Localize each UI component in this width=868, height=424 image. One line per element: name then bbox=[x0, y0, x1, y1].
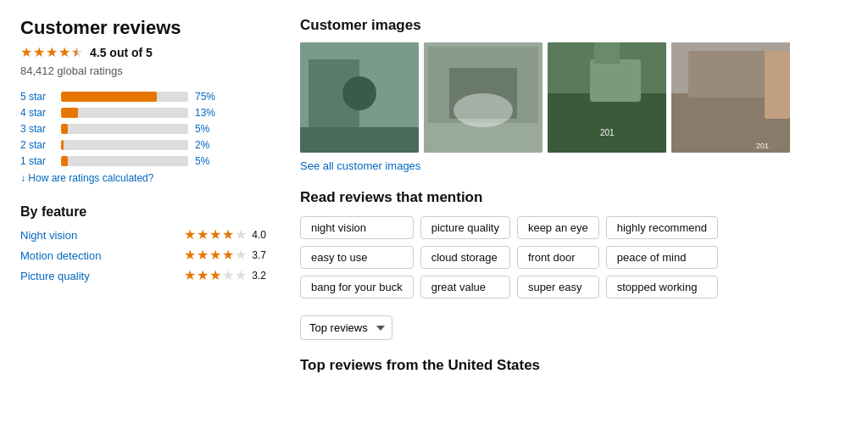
feature-name-picture-quality[interactable]: Picture quality bbox=[20, 270, 90, 282]
feature-name-night-vision[interactable]: Night vision bbox=[20, 229, 77, 242]
customer-images-row: 201 201 bbox=[300, 42, 848, 153]
keyword-super-easy[interactable]: super easy bbox=[517, 276, 599, 298]
bar-bg-5star bbox=[61, 92, 188, 102]
bar-bg-1star bbox=[61, 156, 188, 166]
how-calculated-link[interactable]: ↓ How are ratings calculated? bbox=[20, 172, 153, 184]
bar-label-2star[interactable]: 2 star bbox=[20, 139, 54, 151]
svg-rect-9 bbox=[548, 93, 666, 153]
star-1: ★ bbox=[20, 46, 32, 59]
feature-score-night-vision: 4.0 bbox=[252, 229, 266, 241]
keyword-grid: night vision picture quality keep an eye… bbox=[300, 216, 718, 298]
bar-bg-2star bbox=[61, 140, 188, 150]
feature-row-night-vision: Night vision ★ ★ ★ ★ ★ 4.0 bbox=[20, 228, 266, 242]
customer-image-4[interactable]: 201 bbox=[671, 42, 790, 153]
bar-fill-5star bbox=[61, 92, 157, 102]
bar-fill-4star bbox=[61, 108, 78, 118]
by-feature-section: By feature Night vision ★ ★ ★ ★ ★ 4.0 Mo… bbox=[20, 204, 266, 282]
keyword-easy-to-use[interactable]: easy to use bbox=[300, 246, 414, 269]
feature-row-picture-quality: Picture quality ★ ★ ★ ★ ★ 3.2 bbox=[20, 269, 266, 282]
feature-name-motion-detection[interactable]: Motion detection bbox=[20, 249, 101, 262]
keyword-cloud-storage[interactable]: cloud storage bbox=[420, 246, 510, 269]
bar-bg-3star bbox=[61, 124, 188, 134]
left-panel: Customer reviews ★ ★ ★ ★ ★ ★ 4.5 out of … bbox=[20, 17, 266, 289]
keyword-night-vision[interactable]: night vision bbox=[300, 216, 414, 239]
top-reviews-title: Top reviews from the United States bbox=[300, 357, 848, 374]
bar-row-4star: 4 star 13% bbox=[20, 107, 266, 119]
keyword-great-value[interactable]: great value bbox=[420, 276, 510, 298]
customer-images-title: Customer images bbox=[300, 17, 848, 34]
bar-bg-4star bbox=[61, 108, 188, 118]
bar-label-4star[interactable]: 4 star bbox=[20, 107, 54, 119]
customer-image-2-svg bbox=[424, 42, 542, 153]
sort-row: Top reviews Most recent bbox=[300, 315, 848, 340]
overall-rating-row: ★ ★ ★ ★ ★ ★ 4.5 out of 5 bbox=[20, 46, 266, 59]
rating-bars: 5 star 75% 4 star 13% 3 star 5% 2 star 2… bbox=[20, 91, 266, 167]
svg-rect-10 bbox=[590, 59, 641, 102]
bar-label-3star[interactable]: 3 star bbox=[20, 123, 54, 135]
keyword-keep-an-eye[interactable]: keep an eye bbox=[517, 216, 599, 239]
keyword-bang-for-your-buck[interactable]: bang for your buck bbox=[300, 276, 414, 298]
feature-stars-picture-quality: ★ ★ ★ ★ ★ 3.2 bbox=[184, 269, 266, 282]
bar-pct-1star[interactable]: 5% bbox=[195, 155, 220, 167]
bar-row-3star: 3 star 5% bbox=[20, 123, 266, 135]
customer-reviews-title: Customer reviews bbox=[20, 17, 266, 39]
bar-fill-2star bbox=[61, 140, 64, 150]
bar-fill-3star bbox=[61, 124, 68, 134]
svg-point-2 bbox=[342, 76, 376, 110]
bar-pct-3star[interactable]: 5% bbox=[195, 123, 220, 135]
bar-fill-1star bbox=[61, 156, 68, 166]
feature-stars-night-vision: ★ ★ ★ ★ ★ 4.0 bbox=[184, 228, 266, 242]
svg-point-7 bbox=[453, 93, 513, 127]
feature-score-motion-detection: 3.7 bbox=[252, 249, 266, 261]
bar-pct-4star[interactable]: 13% bbox=[195, 107, 220, 119]
overall-stars: ★ ★ ★ ★ ★ ★ bbox=[20, 46, 83, 59]
customer-image-3[interactable]: 201 bbox=[548, 42, 666, 153]
feature-row-motion-detection: Motion detection ★ ★ ★ ★ ★ 3.7 bbox=[20, 248, 266, 262]
svg-rect-11 bbox=[594, 42, 620, 64]
see-all-images-link[interactable]: See all customer images bbox=[300, 159, 848, 172]
svg-rect-15 bbox=[688, 51, 773, 98]
bar-row-5star: 5 star 75% bbox=[20, 91, 266, 103]
customer-image-2[interactable] bbox=[424, 42, 542, 153]
bar-label-1star[interactable]: 1 star bbox=[20, 155, 54, 167]
bar-pct-2star[interactable]: 2% bbox=[195, 139, 220, 151]
feature-score-picture-quality: 3.2 bbox=[252, 270, 266, 282]
stars-motion-detection: ★ ★ ★ ★ ★ bbox=[184, 248, 247, 262]
stars-night-vision: ★ ★ ★ ★ ★ bbox=[184, 228, 247, 242]
svg-rect-16 bbox=[765, 51, 790, 119]
bar-pct-5star[interactable]: 75% bbox=[195, 91, 220, 103]
feature-stars-motion-detection: ★ ★ ★ ★ ★ 3.7 bbox=[184, 248, 266, 262]
customer-image-4-svg: 201 bbox=[671, 42, 790, 153]
star-3: ★ bbox=[46, 46, 58, 59]
by-feature-title: By feature bbox=[20, 204, 266, 220]
star-4: ★ bbox=[58, 46, 70, 59]
bar-row-2star: 2 star 2% bbox=[20, 139, 266, 151]
stars-picture-quality: ★ ★ ★ ★ ★ bbox=[184, 269, 247, 282]
read-reviews-title: Read reviews that mention bbox=[300, 189, 848, 206]
star-2: ★ bbox=[33, 46, 45, 59]
keyword-front-door[interactable]: front door bbox=[517, 246, 599, 269]
customer-image-3-svg: 201 bbox=[548, 42, 666, 153]
right-panel: Customer images bbox=[300, 17, 848, 374]
sort-select[interactable]: Top reviews Most recent bbox=[300, 315, 392, 340]
star-5-half: ★ ★ bbox=[71, 46, 83, 59]
svg-text:201: 201 bbox=[756, 142, 769, 150]
svg-text:201: 201 bbox=[600, 128, 615, 137]
keyword-picture-quality[interactable]: picture quality bbox=[420, 216, 510, 239]
customer-image-1[interactable] bbox=[300, 42, 419, 153]
bar-row-1star: 1 star 5% bbox=[20, 155, 266, 167]
keyword-peace-of-mind[interactable]: peace of mind bbox=[606, 246, 718, 269]
customer-image-1-svg bbox=[300, 42, 419, 153]
keyword-stopped-working[interactable]: stopped working bbox=[606, 276, 718, 298]
bar-label-5star[interactable]: 5 star bbox=[20, 91, 54, 103]
svg-rect-3 bbox=[300, 127, 419, 153]
keyword-highly-recommend[interactable]: highly recommend bbox=[606, 216, 718, 239]
rating-text: 4.5 out of 5 bbox=[90, 46, 153, 59]
global-ratings: 84,412 global ratings bbox=[20, 64, 266, 77]
